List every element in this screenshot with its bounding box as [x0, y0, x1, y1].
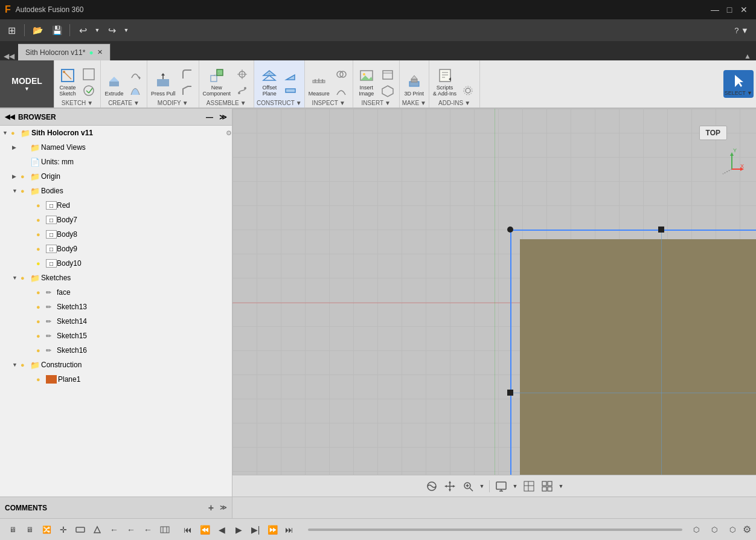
- tab-close-button[interactable]: ✕: [97, 48, 103, 56]
- tree-item-sketch14[interactable]: ● ✏ Sketch14: [0, 314, 232, 329]
- animation-icon-9[interactable]: ←: [140, 522, 156, 538]
- tree-item-sketch13[interactable]: ● ✏ Sketch13: [0, 300, 232, 314]
- more-icons-1[interactable]: ⬡: [688, 522, 704, 538]
- construct-group-label[interactable]: CONSTRUCT ▼: [257, 100, 302, 106]
- tree-item-body8[interactable]: ● □ Body8: [0, 227, 232, 242]
- add-comment-button[interactable]: +: [208, 503, 214, 513]
- revolve-button[interactable]: [126, 66, 144, 82]
- sweep-button[interactable]: [126, 83, 144, 98]
- scripts-button[interactable]: Scripts& Add-Ins: [432, 65, 458, 98]
- playback-play-button[interactable]: ▶: [231, 522, 246, 538]
- open-button[interactable]: 📂: [28, 22, 46, 39]
- handle-top-mid[interactable]: [658, 227, 664, 233]
- press-pull-button[interactable]: Press Pull: [150, 71, 177, 98]
- animation-icon-4[interactable]: ✛: [56, 522, 71, 538]
- zoom-dropdown[interactable]: ▼: [478, 478, 486, 494]
- undo-dropdown[interactable]: ▼: [93, 22, 101, 39]
- tiles-button[interactable]: [539, 478, 556, 494]
- joint-button[interactable]: [233, 66, 251, 82]
- browser-nav-back[interactable]: ◀◀: [5, 113, 14, 121]
- tree-item-sketch15[interactable]: ● ✏ Sketch15: [0, 329, 232, 343]
- tree-item-origin[interactable]: ▶ ● 📁 Origin: [0, 169, 232, 184]
- select-button[interactable]: SELECT ▼: [723, 70, 754, 98]
- curvature-button[interactable]: [332, 83, 350, 98]
- comments-expand-button[interactable]: ≫: [220, 504, 227, 512]
- motion-link-button[interactable]: [233, 83, 251, 98]
- animation-icon-1[interactable]: 🖥: [5, 522, 21, 538]
- redo-dropdown[interactable]: ▼: [122, 22, 130, 39]
- timeline-track[interactable]: [308, 529, 682, 531]
- more-icons-2[interactable]: ⬡: [706, 522, 722, 538]
- new-component-button[interactable]: NewComponent: [202, 65, 232, 98]
- 3dprint-button[interactable]: 3D Print: [403, 71, 426, 98]
- animation-icon-3[interactable]: 🔀: [39, 522, 54, 538]
- more-icons-3[interactable]: ⬡: [725, 522, 740, 538]
- decal-button[interactable]: [379, 83, 397, 98]
- playback-next-button[interactable]: ▶|: [248, 522, 263, 538]
- undo-button[interactable]: ↩: [74, 22, 92, 39]
- tree-item-sketch16[interactable]: ● ✏ Sketch16: [0, 343, 232, 358]
- timeline-settings-button[interactable]: ⚙: [743, 524, 751, 535]
- tiles-dropdown[interactable]: ▼: [557, 478, 565, 494]
- help-button[interactable]: ? ▼: [729, 26, 754, 35]
- pan-button[interactable]: [441, 478, 458, 494]
- create-sketch-button[interactable]: CreateSketch: [57, 65, 78, 98]
- insert-group-label[interactable]: INSERT ▼: [362, 100, 391, 106]
- plane-at-angle-button[interactable]: [281, 66, 300, 82]
- tree-item-sketches[interactable]: ▼ ● 📁 Sketches: [0, 271, 232, 285]
- measure-button[interactable]: Measure: [307, 71, 331, 98]
- display-settings-button[interactable]: [493, 478, 510, 494]
- tree-item-plane1[interactable]: ● Plane1: [0, 372, 232, 387]
- nav-back-icon[interactable]: ◀◀: [0, 52, 18, 60]
- tree-item-body9[interactable]: ● □ Body9: [0, 242, 232, 256]
- browser-collapse-button[interactable]: —: [206, 113, 213, 121]
- tree-item-named-views[interactable]: ▶ ● 📁 Named Views: [0, 140, 232, 155]
- save-button[interactable]: 💾: [48, 22, 66, 39]
- playback-prev-fast-button[interactable]: ⏪: [197, 522, 213, 538]
- modify-group-label[interactable]: MODIFY ▼: [158, 100, 188, 106]
- finish-sketch-button[interactable]: [80, 83, 98, 98]
- grid-toggle-button[interactable]: [521, 478, 537, 494]
- stop-sketch-button[interactable]: [80, 66, 98, 82]
- playback-next-fast-button[interactable]: ⏩: [264, 522, 280, 538]
- handle-left-mid[interactable]: [507, 390, 513, 396]
- tree-item-face[interactable]: ● ✏ face: [0, 285, 232, 300]
- display-dropdown[interactable]: ▼: [511, 478, 519, 494]
- animation-icon-7[interactable]: ←: [106, 522, 122, 538]
- model-menu-button[interactable]: MODEL ▼: [0, 60, 54, 108]
- grid-view-button[interactable]: ⊞: [2, 22, 21, 39]
- tree-item-red[interactable]: ● □ Red: [0, 198, 232, 213]
- midplane-button[interactable]: [281, 83, 300, 98]
- animation-icon-8[interactable]: ←: [123, 522, 139, 538]
- fillet-button[interactable]: [178, 66, 196, 82]
- animation-icon-6[interactable]: [89, 522, 105, 538]
- tab-collapse-button[interactable]: ▲: [739, 52, 756, 60]
- minimize-button[interactable]: —: [708, 2, 722, 17]
- settings-icon[interactable]: ⚙: [226, 129, 232, 137]
- tree-item-body10[interactable]: ● □ Body10: [0, 256, 232, 271]
- addins-settings-button[interactable]: [459, 83, 477, 98]
- offset-plane-button[interactable]: OffsetPlane: [258, 65, 280, 98]
- viewport[interactable]: TOP Y X: [232, 109, 756, 497]
- playback-prev-button[interactable]: ◀: [214, 522, 229, 538]
- playback-begin-button[interactable]: ⏮: [180, 522, 196, 538]
- create-group-label[interactable]: CREATE ▼: [108, 100, 139, 106]
- chamfer-button[interactable]: [178, 83, 196, 98]
- tree-item-construction[interactable]: ▼ ● 📁 Construction: [0, 358, 232, 372]
- addins-group-label[interactable]: ADD-INS ▼: [438, 100, 470, 106]
- interference-button[interactable]: [332, 66, 350, 82]
- animation-icon-5[interactable]: [72, 522, 88, 538]
- make-group-label[interactable]: MAKE ▼: [402, 100, 426, 106]
- canvas-button[interactable]: [379, 66, 397, 82]
- tree-item-bodies[interactable]: ▼ ● 📁 Bodies: [0, 184, 232, 198]
- insert-image-button[interactable]: InsertImage: [356, 65, 377, 98]
- zoom-button[interactable]: [460, 478, 476, 494]
- maximize-button[interactable]: □: [722, 2, 737, 17]
- animation-icon-10[interactable]: [157, 522, 173, 538]
- orbit-button[interactable]: [423, 478, 440, 494]
- browser-expand-button[interactable]: ≫: [219, 113, 227, 121]
- animation-icon-2[interactable]: 🖥: [22, 522, 37, 538]
- assemble-group-label[interactable]: ASSEMBLE ▼: [207, 100, 246, 106]
- redo-button[interactable]: ↪: [103, 22, 121, 39]
- inspect-group-label[interactable]: INSPECT ▼: [312, 100, 345, 106]
